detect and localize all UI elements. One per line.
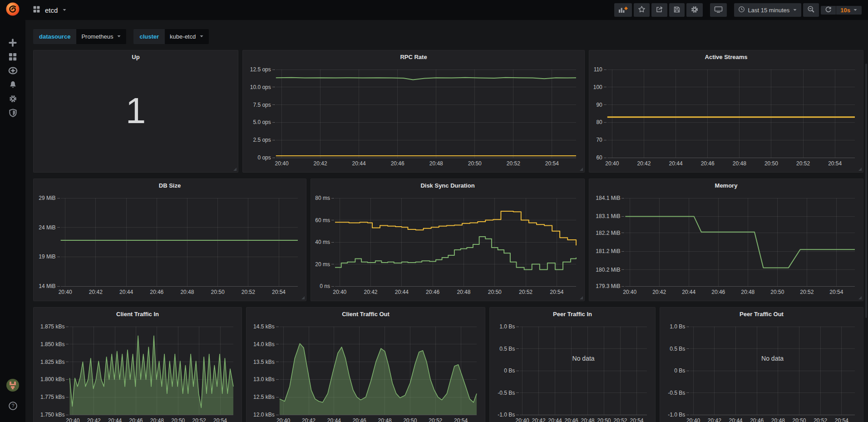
sidebar-item-create[interactable]: [0, 36, 25, 50]
svg-text:20:52: 20:52: [800, 289, 814, 295]
vertical-scrollbar[interactable]: [865, 64, 867, 318]
time-series-chart[interactable]: 20:4020:4220:4420:4620:4820:5020:5220:54…: [248, 321, 483, 422]
svg-text:20:44: 20:44: [352, 160, 366, 167]
svg-text:20:50: 20:50: [792, 417, 806, 422]
svg-text:20:52: 20:52: [192, 417, 206, 422]
svg-text:40 ms: 40 ms: [315, 239, 330, 245]
dashboard-title-button[interactable]: etcd: [33, 5, 67, 15]
time-series-chart[interactable]: 20:4020:4220:4420:4620:4820:5020:5220:54…: [492, 321, 653, 422]
panel-title[interactable]: DB Size: [34, 179, 306, 193]
svg-text:20:48: 20:48: [150, 417, 164, 422]
svg-text:20:44: 20:44: [548, 417, 562, 422]
svg-text:20:48: 20:48: [457, 289, 470, 295]
svg-text:20:46: 20:46: [353, 417, 366, 422]
panel-title[interactable]: Peer Traffic In: [490, 308, 655, 321]
svg-text:20:40: 20:40: [275, 160, 289, 167]
plus-icon: [8, 38, 17, 49]
svg-text:1.825 kBs: 1.825 kBs: [40, 359, 64, 365]
user-avatar[interactable]: [6, 378, 20, 394]
svg-text:110: 110: [594, 66, 602, 73]
svg-text:20:52: 20:52: [519, 289, 533, 295]
svg-text:20:50: 20:50: [171, 417, 185, 422]
time-series-chart[interactable]: 20:4020:4220:4420:4620:4820:5020:5220:54…: [313, 193, 582, 299]
svg-text:14.5 kBs: 14.5 kBs: [253, 323, 275, 330]
share-dashboard-button[interactable]: [651, 3, 667, 17]
time-series-chart[interactable]: 20:4020:4220:4420:4620:4820:5020:5220:54…: [35, 193, 304, 299]
panel-title[interactable]: Active Streams: [589, 50, 863, 64]
tv-mode-button[interactable]: [710, 3, 727, 17]
svg-text:7.5 ops: 7.5 ops: [253, 102, 271, 108]
svg-text:20:42: 20:42: [637, 160, 651, 167]
add-panel-button[interactable]: [614, 3, 632, 17]
panel-peer-traffic-out: Peer Traffic Out 20:4020:4220:4420:4620:…: [660, 307, 863, 422]
time-series-chart[interactable]: 20:4020:4220:4420:4620:4820:5020:5220:54…: [245, 64, 582, 170]
save-dashboard-button[interactable]: [669, 3, 685, 17]
svg-text:13.0 kBs: 13.0 kBs: [253, 376, 275, 382]
time-range-picker[interactable]: Last 15 minutes: [734, 3, 802, 17]
panel-title[interactable]: Peer Traffic Out: [660, 308, 863, 321]
svg-text:0.5 Bs: 0.5 Bs: [670, 346, 685, 352]
panel-title[interactable]: Memory: [589, 179, 863, 193]
svg-text:20:40: 20:40: [516, 417, 529, 422]
svg-text:20:42: 20:42: [302, 417, 316, 422]
dashboard-settings-button[interactable]: [686, 3, 703, 17]
sidebar-item-server-admin[interactable]: [0, 107, 25, 121]
refresh-button[interactable]: [821, 6, 836, 15]
panel-title[interactable]: Disk Sync Duration: [311, 179, 584, 193]
shield-icon: [9, 109, 17, 119]
help-icon[interactable]: ?: [0, 399, 25, 413]
resize-handle[interactable]: [233, 168, 237, 171]
panel-client-traffic-in: Client Traffic In 20:4020:4220:4420:4620…: [33, 307, 242, 422]
panel-title[interactable]: Client Traffic Out: [247, 308, 485, 321]
star-dashboard-button[interactable]: [634, 3, 650, 17]
svg-text:No data: No data: [572, 355, 595, 362]
svg-text:182.2 MiB: 182.2 MiB: [596, 230, 620, 236]
cluster-select[interactable]: kube-etcd: [165, 29, 209, 44]
svg-text:60 ms: 60 ms: [315, 217, 330, 223]
svg-text:20:50: 20:50: [211, 289, 225, 295]
sidebar-item-dashboards[interactable]: [0, 50, 25, 65]
svg-text:20:42: 20:42: [364, 289, 378, 295]
svg-text:80: 80: [596, 119, 602, 125]
time-series-chart[interactable]: 20:4020:4220:4420:4620:4820:5020:5220:54…: [591, 64, 861, 170]
svg-text:20:44: 20:44: [108, 417, 122, 422]
svg-text:20:48: 20:48: [429, 160, 443, 167]
panel-db-size: DB Size 20:4020:4220:4420:4620:4820:5020…: [33, 179, 306, 301]
time-series-chart[interactable]: 20:4020:4220:4420:4620:4820:5020:5220:54…: [591, 193, 861, 299]
datasource-select[interactable]: Prometheus: [76, 29, 126, 44]
svg-text:1.850 kBs: 1.850 kBs: [40, 341, 64, 348]
panel-title[interactable]: RPC Rate: [243, 50, 584, 64]
svg-text:10.0 ops: 10.0 ops: [250, 84, 271, 90]
svg-text:29 MiB: 29 MiB: [39, 195, 55, 201]
resize-handle[interactable]: [858, 296, 862, 299]
chevron-down-icon: [62, 6, 67, 14]
time-series-chart[interactable]: 20:4020:4220:4420:4620:4820:5020:5220:54…: [35, 321, 240, 422]
svg-text:20:50: 20:50: [403, 417, 417, 422]
svg-text:0 Bs: 0 Bs: [674, 367, 685, 374]
zoom-out-time-button[interactable]: [803, 3, 819, 17]
svg-text:20:52: 20:52: [429, 417, 442, 422]
svg-text:183.1 MiB: 183.1 MiB: [596, 213, 620, 219]
panel-title[interactable]: Client Traffic In: [34, 308, 242, 321]
panel-title[interactable]: Up: [34, 50, 238, 64]
panel-active-streams: Active Streams 20:4020:4220:4420:4620:48…: [589, 50, 863, 173]
grafana-logo[interactable]: [5, 1, 20, 17]
resize-handle[interactable]: [858, 168, 862, 171]
svg-text:184.1 MiB: 184.1 MiB: [596, 195, 620, 201]
svg-text:20:42: 20:42: [532, 417, 546, 422]
svg-text:12.0 kBs: 12.0 kBs: [253, 412, 275, 418]
save-icon: [673, 6, 681, 15]
resize-handle[interactable]: [580, 168, 583, 171]
resize-handle[interactable]: [580, 296, 583, 299]
time-series-chart[interactable]: 20:4020:4220:4420:4620:4820:5020:5220:54…: [662, 321, 861, 422]
refresh-interval-picker[interactable]: 10s: [836, 6, 862, 15]
resize-handle[interactable]: [301, 296, 305, 299]
panel-peer-traffic-in: Peer Traffic In 20:4020:4220:4420:4620:4…: [489, 307, 656, 422]
svg-text:0 Bs: 0 Bs: [504, 367, 515, 374]
sidebar-item-alerting[interactable]: [0, 79, 25, 93]
sidebar-item-configuration[interactable]: [0, 93, 25, 107]
sidebar-item-explore[interactable]: [0, 65, 25, 79]
svg-text:-1.0 Bs: -1.0 Bs: [498, 412, 515, 418]
svg-text:90: 90: [596, 102, 602, 108]
svg-text:20:50: 20:50: [488, 289, 502, 295]
